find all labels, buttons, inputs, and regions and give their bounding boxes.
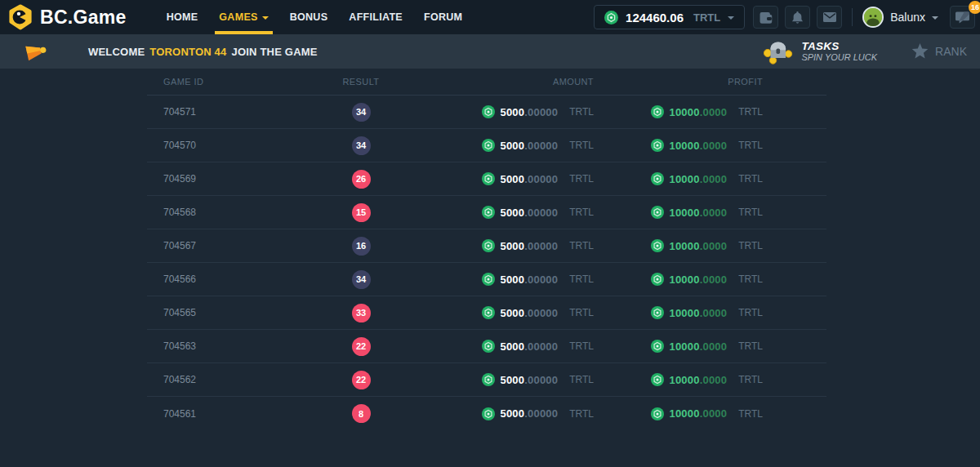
tasks-text: TASKS SPIN YOUR LUCK	[801, 40, 877, 63]
nav-item-home[interactable]: HOME	[156, 0, 209, 34]
chat-icon	[956, 11, 969, 24]
amount-currency: TRTL	[569, 408, 594, 420]
game-id: 704570	[147, 140, 316, 151]
profit-currency: TRTL	[738, 207, 763, 218]
balance-selector[interactable]: 124460.06 TRTL	[594, 5, 745, 29]
trtl-coin-icon	[651, 105, 664, 118]
result-cell: 34	[316, 103, 406, 122]
user-menu[interactable]: Balunx	[862, 7, 938, 28]
amount-int: 5000	[501, 106, 525, 118]
table-row[interactable]: 704571345000.00000TRTL10000.0000TRTL	[147, 96, 826, 129]
profit-currency: TRTL	[738, 240, 763, 251]
brand[interactable]: BC.Game	[8, 4, 127, 30]
game-id: 704569	[147, 173, 316, 185]
amount-value: 5000.00000	[501, 207, 559, 219]
navbar-right: 124460.06 TRTL Balunx 16	[594, 5, 975, 29]
amount-int: 5000	[501, 140, 525, 152]
bell-button[interactable]	[785, 6, 810, 29]
amount-currency: TRTL	[569, 140, 594, 151]
header-amount: AMOUNT	[406, 77, 594, 87]
trtl-coin-icon	[482, 206, 495, 219]
profit-int: 10000	[670, 140, 700, 152]
result-badge: 33	[352, 304, 371, 322]
amount-value: 5000.00000	[501, 140, 559, 152]
welcome-prefix: WELCOME	[88, 46, 145, 58]
amount-cell: 5000.00000TRTL	[406, 172, 594, 185]
result-badge: 16	[352, 237, 371, 256]
amount-currency: TRTL	[569, 307, 594, 318]
profit-cell: 10000.0000TRTL	[594, 206, 826, 219]
result-badge: 8	[352, 404, 371, 423]
table-row[interactable]: 704565335000.00000TRTL10000.0000TRTL	[147, 296, 826, 330]
profit-value: 10000.0000	[670, 106, 728, 118]
profit-int: 10000	[670, 207, 700, 219]
amount-cell: 5000.00000TRTL	[406, 306, 594, 319]
wallet-button[interactable]	[753, 6, 778, 29]
game-id: 704562	[147, 374, 316, 385]
profit-int: 10000	[670, 407, 700, 420]
trtl-coin-icon	[482, 273, 495, 286]
amount-currency: TRTL	[569, 340, 594, 352]
amount-dec: .00000	[524, 173, 558, 185]
table-row[interactable]: 704566345000.00000TRTL10000.0000TRTL	[147, 263, 826, 296]
profit-cell: 10000.0000TRTL	[594, 139, 826, 152]
trtl-coin-icon	[482, 407, 495, 420]
game-id: 704563	[147, 340, 316, 352]
bets-table: GAME ID RESULT AMOUNT PROFIT 70457134500…	[147, 69, 826, 430]
profit-currency: TRTL	[738, 374, 763, 385]
trtl-coin-icon	[651, 306, 664, 319]
amount-dec: .00000	[524, 374, 558, 386]
game-id: 704561	[147, 408, 316, 420]
nav-item-bonus[interactable]: BONUS	[279, 0, 339, 34]
amount-dec: .00000	[524, 207, 558, 219]
profit-currency: TRTL	[738, 307, 763, 318]
trtl-coin-icon	[482, 105, 495, 118]
tasks-button[interactable]: TASKS SPIN YOUR LUCK	[763, 39, 877, 64]
result-cell: 15	[316, 203, 406, 222]
amount-int: 5000	[501, 274, 525, 286]
profit-int: 10000	[670, 374, 700, 386]
profit-value: 10000.0000	[670, 173, 728, 185]
megaphone-icon	[24, 41, 49, 62]
amount-int: 5000	[501, 307, 525, 319]
chat-button[interactable]: 16	[950, 6, 975, 29]
amount-currency: TRTL	[569, 207, 594, 218]
profit-cell: 10000.0000TRTL	[594, 373, 826, 386]
table-row[interactable]: 704563225000.00000TRTL10000.0000TRTL	[147, 330, 826, 363]
table-row[interactable]: 704567165000.00000TRTL10000.0000TRTL	[147, 229, 826, 263]
balance-currency: TRTL	[693, 11, 720, 24]
table-row[interactable]: 70456185000.00000TRTL10000.0000TRTL	[147, 397, 826, 430]
result-badge: 34	[352, 103, 371, 122]
table-row[interactable]: 704568155000.00000TRTL10000.0000TRTL	[147, 196, 826, 229]
brand-name: BC.Game	[40, 7, 127, 29]
content: GAME ID RESULT AMOUNT PROFIT 70457134500…	[0, 69, 980, 430]
table-row[interactable]: 704570345000.00000TRTL10000.0000TRTL	[147, 129, 826, 162]
nav-item-forum[interactable]: FORUM	[413, 0, 473, 34]
amount-value: 5000.00000	[501, 340, 559, 353]
amount-dec: .00000	[524, 407, 558, 420]
table-row[interactable]: 704562225000.00000TRTL10000.0000TRTL	[147, 363, 826, 397]
profit-cell: 10000.0000TRTL	[594, 239, 826, 252]
amount-dec: .00000	[524, 274, 558, 286]
amount-value: 5000.00000	[501, 106, 559, 118]
trtl-coin-icon	[482, 340, 495, 353]
result-badge: 26	[352, 170, 371, 189]
result-badge: 34	[352, 270, 371, 289]
nav-item-games[interactable]: GAMES	[208, 0, 278, 34]
avatar	[862, 7, 884, 28]
profit-value: 10000.0000	[670, 307, 728, 319]
mail-button[interactable]	[817, 6, 842, 29]
amount-cell: 5000.00000TRTL	[406, 239, 594, 252]
amount-currency: TRTL	[569, 274, 594, 285]
amount-int: 5000	[501, 207, 525, 219]
balance-value: 124460.06	[626, 11, 684, 24]
table-row[interactable]: 704569265000.00000TRTL10000.0000TRTL	[147, 162, 826, 196]
profit-int: 10000	[670, 307, 700, 319]
amount-int: 5000	[501, 374, 525, 386]
rank-button[interactable]: RANK	[911, 43, 967, 60]
nav-item-affiliate[interactable]: AFFILIATE	[338, 0, 413, 34]
amount-cell: 5000.00000TRTL	[406, 105, 594, 118]
profit-value: 10000.0000	[670, 407, 728, 420]
profit-dec: .0000	[700, 207, 728, 219]
table-header: GAME ID RESULT AMOUNT PROFIT	[147, 69, 826, 96]
